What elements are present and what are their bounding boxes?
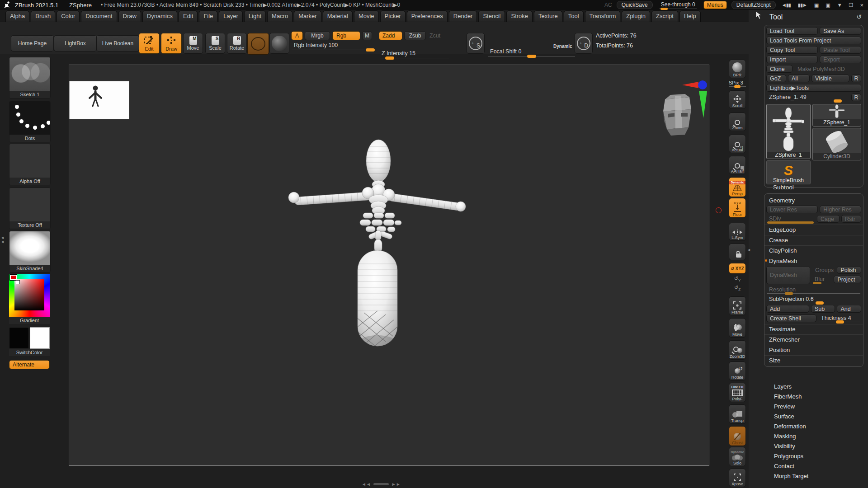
menu-brush[interactable]: Brush: [31, 10, 55, 22]
shelf-lsym-button[interactable]: L.Sym: [729, 223, 746, 241]
dynamesh-project-button[interactable]: Project: [834, 276, 861, 283]
lightbox-tools-button[interactable]: Lightbox▶Tools: [766, 84, 861, 92]
shelf-scroll-button[interactable]: Scroll: [729, 90, 746, 109]
menu-stroke[interactable]: Stroke: [506, 10, 533, 22]
menu-material[interactable]: Material: [323, 10, 353, 22]
minimize-icon[interactable]: ▼: [836, 2, 843, 8]
restore-layout-icon[interactable]: ▣: [824, 2, 831, 8]
palette-preview[interactable]: Preview: [774, 403, 864, 413]
stroke-picker-button[interactable]: +S: [467, 33, 485, 54]
palette-polygroups[interactable]: Polygroups: [774, 453, 864, 463]
cylinder3d-thumbnail[interactable]: Cylinder3D: [812, 128, 861, 160]
sidebar-material-skinshade4[interactable]: SkinShade4: [9, 231, 51, 272]
menu-alpha[interactable]: Alpha: [5, 10, 29, 22]
save-as-button[interactable]: Save As: [820, 27, 861, 35]
recent-tool-thumbnail[interactable]: ZSphere_1: [812, 104, 861, 127]
sidebar-alpha-off[interactable]: Alpha Off: [9, 144, 51, 185]
rotate-button[interactable]: R Rotate: [227, 33, 247, 54]
dynamesh-polish-button[interactable]: Polish: [837, 266, 861, 274]
tool-name-slider[interactable]: ZSphere_1. 49: [766, 94, 849, 101]
palette-layers[interactable]: Layers: [774, 383, 864, 393]
menus-button[interactable]: Menus: [703, 1, 727, 9]
cage-button[interactable]: Cage: [817, 215, 840, 223]
active-tool-thumbnail[interactable]: ZSphere_1: [766, 104, 811, 159]
menu-layer[interactable]: Layer: [219, 10, 243, 22]
spix-handle[interactable]: [734, 85, 741, 88]
alternate-button[interactable]: Alternate: [9, 360, 50, 369]
menu-file[interactable]: File: [199, 10, 217, 22]
shelf-rotate-y-button[interactable]: ↺Y: [729, 276, 746, 282]
rgb-button[interactable]: Rgb: [332, 31, 360, 40]
rgb-intensity-handle[interactable]: [366, 48, 375, 52]
load-tool-button[interactable]: Load Tool: [766, 27, 818, 35]
thickness-slider[interactable]: Thickness 4: [818, 314, 861, 322]
create-shell-button[interactable]: Create Shell: [766, 314, 816, 322]
right-tray-scroll-icon[interactable]: ◄: [747, 248, 751, 252]
goz-all-button[interactable]: All: [788, 75, 810, 82]
sidebar-brush-sketch1[interactable]: Sketch 1: [9, 57, 51, 99]
palette-surface[interactable]: Surface: [774, 413, 864, 423]
draw-button[interactable]: Draw: [161, 33, 182, 54]
color-cursor[interactable]: [16, 280, 20, 284]
tool-r-button[interactable]: R: [851, 94, 861, 101]
goz-visible-button[interactable]: Visible: [811, 75, 849, 82]
menu-tool[interactable]: Tool: [564, 10, 584, 22]
paste-tool-button[interactable]: Paste Tool: [820, 46, 861, 54]
dynamesh-button[interactable]: DynaMesh: [766, 266, 810, 284]
import-button[interactable]: Import: [766, 56, 818, 63]
shelf-bpr-button[interactable]: BPR: [729, 60, 746, 78]
shelf-ghost-button[interactable]: Ghost: [729, 426, 746, 446]
palette-visibility[interactable]: Visibility: [774, 443, 864, 453]
current-brush-thumbnail[interactable]: [247, 33, 269, 55]
live-boolean-button[interactable]: Live Boolean: [96, 35, 139, 52]
palette-fibermesh[interactable]: FiberMesh: [774, 393, 864, 403]
menu-edit[interactable]: Edit: [179, 10, 198, 22]
dynamesh-groups-button[interactable]: Groups: [812, 266, 835, 274]
menu-help[interactable]: Help: [679, 10, 701, 22]
goz-button[interactable]: GoZ: [766, 75, 786, 82]
store-layout-icon[interactable]: ▣: [813, 2, 820, 8]
palette-morph-target[interactable]: Morph Target: [774, 473, 864, 483]
anchor-button[interactable]: A: [291, 31, 303, 40]
rstr-button[interactable]: Rstr: [841, 215, 861, 223]
depth-picker-button[interactable]: +D: [575, 33, 593, 54]
see-through-slider[interactable]: See-through 0: [657, 1, 699, 9]
claypolish-section-header[interactable]: ClayPolish: [764, 245, 863, 255]
restore-window-icon[interactable]: ❐: [848, 2, 854, 8]
canvas-scrollbar[interactable]: ◄◄ ►►: [362, 482, 401, 487]
menu-draw[interactable]: Draw: [118, 10, 141, 22]
lightbox-button[interactable]: LightBox: [54, 35, 97, 52]
scroll-thumb[interactable]: [373, 483, 389, 485]
subprojection-slider[interactable]: SubProjection 0.6: [766, 296, 861, 303]
geometry-section-header[interactable]: Geometry: [764, 197, 863, 205]
copy-tool-button[interactable]: Copy Tool: [766, 46, 818, 54]
tool-name-handle[interactable]: [834, 99, 842, 103]
dynamesh-add-button[interactable]: Add: [766, 305, 809, 313]
zremesher-section-header[interactable]: ZRemesher: [764, 334, 863, 344]
see-through-handle[interactable]: [660, 8, 668, 10]
close-icon[interactable]: ×: [859, 2, 864, 9]
menu-movie[interactable]: Movie: [354, 10, 379, 22]
goz-r-button[interactable]: R: [851, 75, 861, 82]
thickness-handle[interactable]: [836, 320, 844, 324]
m-button[interactable]: M: [362, 31, 372, 40]
sidebar-switch-color[interactable]: SwitchColor: [9, 327, 50, 356]
edgeloop-section-header[interactable]: EdgeLoop: [764, 225, 863, 234]
focal-shift-handle[interactable]: [527, 55, 536, 58]
shelf-persp-button[interactable]: Dynamic Persp: [729, 177, 746, 197]
menu-texture[interactable]: Texture: [534, 10, 562, 22]
shelf-rotate3d-button[interactable]: ↺ Rotate: [729, 361, 746, 380]
make-polymesh3d-button[interactable]: Make PolyMesh3D: [794, 65, 861, 73]
quicksave-button[interactable]: QuickSave: [617, 1, 653, 9]
subtool-section-header[interactable]: Subtool: [773, 184, 794, 191]
shelf-xpose-button[interactable]: Xpose: [729, 469, 746, 487]
scale-button[interactable]: S Scale: [205, 33, 225, 54]
dynamesh-and-button[interactable]: And: [837, 305, 861, 313]
menu-transform[interactable]: Transform: [585, 10, 621, 22]
default-zscript-button[interactable]: DefaultZScript: [731, 1, 776, 9]
shelf-solo-button[interactable]: Dynamic Solo: [729, 447, 746, 466]
clone-button[interactable]: Clone: [766, 65, 793, 73]
position-section-header[interactable]: Position: [764, 345, 863, 354]
edit-button[interactable]: Edit: [139, 33, 160, 54]
dynamesh-blur-slider[interactable]: Blur: [812, 276, 832, 283]
